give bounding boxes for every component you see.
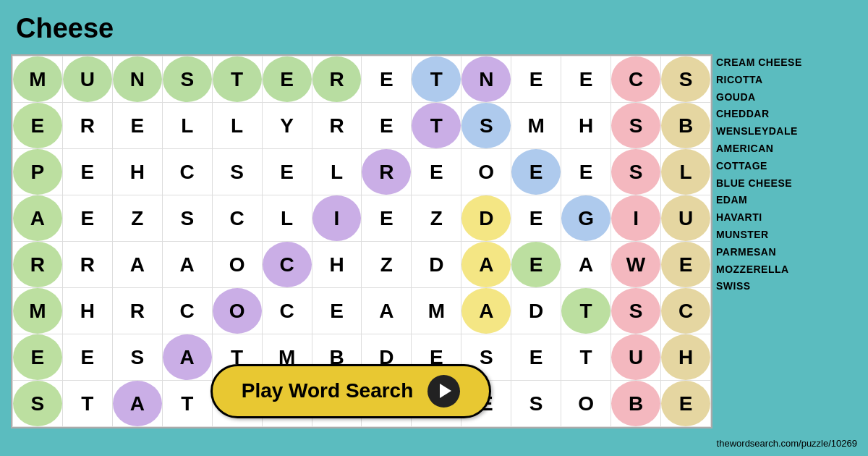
grid-cell[interactable]: C [262, 288, 312, 334]
grid-cell[interactable]: E [362, 103, 412, 149]
grid-cell[interactable]: M [13, 56, 63, 103]
grid-cell[interactable]: A [112, 242, 162, 288]
grid-cell[interactable]: S [162, 195, 212, 242]
grid-cell[interactable]: H [312, 242, 362, 288]
grid-cell[interactable]: S [162, 56, 212, 103]
grid-cell[interactable]: T [62, 381, 112, 427]
grid-cell[interactable]: C [262, 242, 312, 288]
grid-cell[interactable]: S [611, 288, 661, 334]
play-word-search-button[interactable]: Play Word Search [210, 364, 492, 418]
grid-cell[interactable]: A [461, 242, 511, 288]
grid-cell[interactable]: H [62, 288, 112, 334]
grid-cell[interactable]: P [13, 149, 63, 195]
grid-cell[interactable]: N [112, 56, 162, 103]
grid-cell[interactable]: E [312, 288, 362, 334]
grid-cell[interactable]: E [13, 334, 63, 381]
grid-cell[interactable]: U [611, 334, 661, 381]
grid-cell[interactable]: S [660, 56, 710, 103]
grid-cell[interactable]: S [212, 149, 262, 195]
grid-cell[interactable]: T [412, 56, 461, 103]
grid-cell[interactable]: C [162, 149, 212, 195]
grid-cell[interactable]: E [62, 195, 112, 242]
grid-cell[interactable]: Z [112, 195, 162, 242]
grid-cell[interactable]: I [312, 195, 362, 242]
grid-cell[interactable]: G [561, 195, 611, 242]
grid-cell[interactable]: H [660, 334, 710, 381]
grid-cell[interactable]: T [561, 334, 611, 381]
word-edam: EDAM [716, 192, 861, 209]
grid-cell[interactable]: M [511, 103, 561, 149]
grid-cell[interactable]: E [511, 242, 561, 288]
grid-cell[interactable]: H [561, 103, 611, 149]
grid-cell[interactable]: L [212, 103, 262, 149]
grid-cell[interactable]: B [611, 381, 661, 427]
grid-cell[interactable]: E [561, 149, 611, 195]
grid-cell[interactable]: E [112, 103, 162, 149]
grid-cell[interactable]: L [162, 103, 212, 149]
grid-cell[interactable]: T [561, 288, 611, 334]
grid-cell[interactable]: H [112, 149, 162, 195]
grid-cell[interactable]: E [62, 149, 112, 195]
grid-cell[interactable]: E [262, 56, 312, 103]
grid-cell[interactable]: O [212, 288, 262, 334]
grid-cell[interactable]: M [412, 288, 461, 334]
grid-cell[interactable]: T [412, 103, 461, 149]
grid-cell[interactable]: R [312, 103, 362, 149]
grid-cell[interactable]: L [312, 149, 362, 195]
grid-cell[interactable]: I [611, 195, 661, 242]
grid-cell[interactable]: A [461, 288, 511, 334]
word-list: CREAM CHEESE RICOTTA GOUDA CHEDDAR WENSL… [716, 54, 861, 295]
grid-cell[interactable]: E [62, 334, 112, 381]
grid-cell[interactable]: U [660, 195, 710, 242]
grid-cell[interactable]: C [212, 195, 262, 242]
grid-cell[interactable]: Y [262, 103, 312, 149]
grid-cell[interactable]: A [112, 381, 162, 427]
grid-cell[interactable]: T [212, 56, 262, 103]
grid-cell[interactable]: E [412, 149, 461, 195]
grid-cell[interactable]: D [511, 288, 561, 334]
grid-cell[interactable]: C [611, 56, 661, 103]
grid-cell[interactable]: D [412, 242, 461, 288]
grid-cell[interactable]: Z [412, 195, 461, 242]
grid-cell[interactable]: E [511, 149, 561, 195]
grid-cell[interactable]: M [13, 288, 63, 334]
grid-cell[interactable]: R [62, 103, 112, 149]
grid-cell[interactable]: E [511, 195, 561, 242]
grid-cell[interactable]: D [461, 195, 511, 242]
grid-cell[interactable]: S [112, 334, 162, 381]
grid-cell[interactable]: A [362, 288, 412, 334]
grid-cell[interactable]: E [660, 242, 710, 288]
grid-cell[interactable]: L [660, 149, 710, 195]
grid-cell[interactable]: A [13, 195, 63, 242]
grid-cell[interactable]: S [611, 103, 661, 149]
grid-cell[interactable]: W [611, 242, 661, 288]
grid-cell[interactable]: O [561, 381, 611, 427]
grid-cell[interactable]: A [561, 242, 611, 288]
grid-cell[interactable]: R [362, 149, 412, 195]
grid-cell[interactable]: B [660, 103, 710, 149]
grid-cell[interactable]: Z [362, 242, 412, 288]
grid-cell[interactable]: U [62, 56, 112, 103]
grid-cell[interactable]: L [262, 195, 312, 242]
grid-cell[interactable]: E [362, 195, 412, 242]
grid-cell[interactable]: R [312, 56, 362, 103]
grid-cell[interactable]: E [262, 149, 312, 195]
grid-cell[interactable]: E [660, 381, 710, 427]
grid-cell[interactable]: R [112, 288, 162, 334]
grid-cell[interactable]: C [660, 288, 710, 334]
grid-cell[interactable]: R [13, 242, 63, 288]
grid-cell[interactable]: S [611, 149, 661, 195]
grid-cell[interactable]: A [162, 242, 212, 288]
play-icon [427, 375, 460, 408]
grid-cell[interactable]: E [362, 56, 412, 103]
grid-cell[interactable]: N [461, 56, 511, 103]
grid-cell[interactable]: S [13, 381, 63, 427]
grid-cell[interactable]: E [511, 56, 561, 103]
grid-cell[interactable]: O [461, 149, 511, 195]
grid-cell[interactable]: E [561, 56, 611, 103]
grid-cell[interactable]: E [13, 103, 63, 149]
grid-cell[interactable]: C [162, 288, 212, 334]
grid-cell[interactable]: O [212, 242, 262, 288]
grid-cell[interactable]: S [461, 103, 511, 149]
grid-cell[interactable]: R [62, 242, 112, 288]
